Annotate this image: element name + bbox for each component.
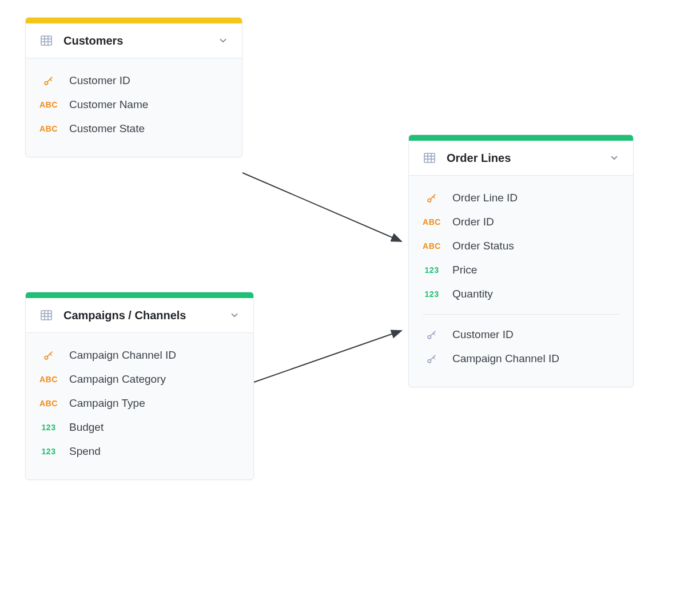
field-label: Campaign Type xyxy=(69,397,145,410)
svg-line-6 xyxy=(47,77,52,82)
field-label: Campaign Channel ID xyxy=(69,349,176,362)
key-icon xyxy=(39,350,58,361)
relation-customers-orderlines xyxy=(242,173,401,241)
svg-line-25 xyxy=(431,331,435,336)
svg-line-14 xyxy=(47,352,52,356)
key-icon xyxy=(423,192,441,204)
field-label: Budget xyxy=(69,421,104,434)
svg-line-29 xyxy=(433,358,435,359)
svg-line-28 xyxy=(431,355,435,360)
card-header: Campaigns / Channels xyxy=(26,298,253,333)
number-type-icon: 123 xyxy=(39,447,58,456)
accent-bar xyxy=(409,135,633,141)
accent-bar xyxy=(26,18,242,23)
card-title: Customers xyxy=(63,34,208,47)
table-icon xyxy=(39,34,53,47)
svg-line-15 xyxy=(50,354,52,356)
card-title: Order Lines xyxy=(447,152,599,165)
text-type-icon: ABC xyxy=(39,124,58,133)
field-row[interactable]: ABC Customer State xyxy=(39,117,228,141)
table-card-orderlines[interactable]: Order Lines Order Line ID ABC Order ID A… xyxy=(408,134,634,387)
svg-rect-8 xyxy=(41,311,51,320)
table-card-customers[interactable]: Customers Customer ID ABC Customer Name … xyxy=(25,17,242,157)
foreign-key-icon xyxy=(423,353,441,364)
svg-line-22 xyxy=(431,195,435,199)
chevron-down-icon[interactable] xyxy=(229,310,240,320)
field-row[interactable]: 123 Budget xyxy=(39,415,240,439)
card-body: Campaign Channel ID ABC Campaign Categor… xyxy=(26,333,253,479)
chevron-down-icon[interactable] xyxy=(609,153,619,163)
field-label: Customer ID xyxy=(452,328,514,341)
relation-campaigns-orderlines xyxy=(254,331,401,382)
field-row[interactable]: Campaign Channel ID xyxy=(39,343,240,367)
text-type-icon: ABC xyxy=(39,100,58,109)
card-body: Order Line ID ABC Order ID ABC Order Sta… xyxy=(409,176,633,387)
field-row[interactable]: ABC Order ID xyxy=(423,210,619,234)
table-icon xyxy=(39,308,53,322)
foreign-key-icon xyxy=(423,329,441,340)
foreign-key-row[interactable]: Customer ID xyxy=(423,323,619,347)
field-label: Campaign Channel ID xyxy=(452,352,559,365)
chevron-down-icon[interactable] xyxy=(218,35,228,46)
svg-line-26 xyxy=(433,334,435,335)
field-label: Quantity xyxy=(452,288,493,300)
field-label: Spend xyxy=(69,445,101,458)
key-icon xyxy=(39,75,58,86)
field-label: Customer ID xyxy=(69,74,130,87)
field-row[interactable]: ABC Customer Name xyxy=(39,93,228,117)
field-row[interactable]: Customer ID xyxy=(39,69,228,93)
number-type-icon: 123 xyxy=(423,265,441,275)
text-type-icon: ABC xyxy=(423,241,441,251)
table-icon xyxy=(423,151,436,165)
field-row[interactable]: 123 Quantity xyxy=(423,282,619,306)
card-header: Order Lines xyxy=(409,141,633,176)
field-label: Order Line ID xyxy=(452,192,518,204)
field-label: Customer State xyxy=(69,122,145,135)
field-row[interactable]: ABC Campaign Category xyxy=(39,367,240,391)
field-label: Order ID xyxy=(452,216,494,228)
accent-bar xyxy=(26,292,253,298)
text-type-icon: ABC xyxy=(39,375,58,384)
svg-rect-0 xyxy=(41,36,51,45)
number-type-icon: 123 xyxy=(39,423,58,432)
field-row[interactable]: ABC Order Status xyxy=(423,234,619,258)
field-row[interactable]: 123 Spend xyxy=(39,439,240,463)
table-card-campaigns[interactable]: Campaigns / Channels Campaign Channel ID… xyxy=(25,292,254,480)
card-body: Customer ID ABC Customer Name ABC Custom… xyxy=(26,58,242,157)
svg-line-23 xyxy=(433,197,435,199)
field-label: Price xyxy=(452,264,477,276)
card-title: Campaigns / Channels xyxy=(63,309,219,322)
field-label: Campaign Category xyxy=(69,373,166,386)
text-type-icon: ABC xyxy=(423,217,441,227)
field-row[interactable]: ABC Campaign Type xyxy=(39,391,240,415)
svg-line-7 xyxy=(50,80,52,81)
erd-canvas: Customers Customer ID ABC Customer Name … xyxy=(0,0,700,595)
field-row[interactable]: Order Line ID xyxy=(423,186,619,210)
foreign-key-row[interactable]: Campaign Channel ID xyxy=(423,347,619,371)
text-type-icon: ABC xyxy=(39,399,58,408)
field-row[interactable]: 123 Price xyxy=(423,258,619,282)
card-header: Customers xyxy=(26,23,242,58)
field-label: Order Status xyxy=(452,240,514,252)
number-type-icon: 123 xyxy=(423,289,441,299)
field-divider xyxy=(423,314,619,315)
svg-rect-16 xyxy=(424,153,435,162)
field-label: Customer Name xyxy=(69,98,148,111)
